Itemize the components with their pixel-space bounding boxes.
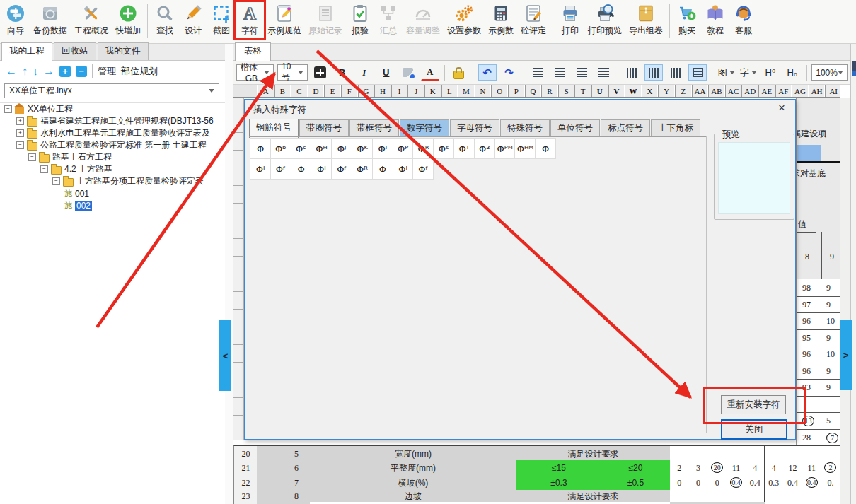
value-cell[interactable]: 0	[670, 475, 690, 491]
column-header-N[interactable]: N	[474, 85, 492, 98]
symbol-cell[interactable]: Φᴿ	[412, 138, 434, 159]
align-justify-button[interactable]	[594, 64, 613, 81]
column-header-AI[interactable]: AI	[824, 85, 840, 98]
expand-toggle-icon[interactable]: −	[40, 165, 48, 173]
symbol-cell[interactable]: Φ²	[474, 138, 495, 159]
panel-splitter[interactable]	[225, 44, 233, 504]
toolbar-button-preview[interactable]: 打印预览	[584, 2, 625, 37]
move-down-icon[interactable]: ↓	[33, 65, 38, 78]
row-header[interactable]: 21	[233, 460, 258, 476]
close-icon[interactable]: ×	[775, 101, 788, 115]
toolbar-button-summary[interactable]: 汇总	[374, 2, 403, 37]
symbol-cell[interactable]: Φᴴ	[311, 138, 332, 159]
symbol-cell[interactable]: Φᵇ	[270, 138, 291, 159]
tab-table[interactable]: 表格	[235, 42, 271, 61]
grid-cell[interactable]	[257, 460, 284, 476]
column-header-V[interactable]: V	[608, 85, 626, 98]
value-cell[interactable]: 0.4	[727, 475, 746, 491]
column-header-K[interactable]: K	[424, 85, 442, 98]
left-tab-2[interactable]: 我的文件	[98, 42, 149, 60]
toolbar-button-backup[interactable]: 备份数据	[30, 2, 71, 37]
column-header-R[interactable]: R	[540, 85, 559, 98]
wrap-text-button[interactable]	[688, 64, 707, 81]
row-header[interactable]: 23	[233, 490, 258, 503]
column-header-X[interactable]: X	[641, 85, 659, 98]
toolbar-button-design[interactable]: 设计	[179, 2, 207, 37]
subscript-button[interactable]: H₀	[783, 64, 802, 81]
item-name-cell[interactable]: 横坡(%)	[310, 475, 517, 491]
move-cell-button[interactable]	[311, 64, 330, 81]
toolbar-button-sampledata[interactable]: 示例数	[485, 2, 517, 37]
column-header-F[interactable]: F	[340, 85, 359, 98]
tree-item[interactable]: +福建省建筑工程施工文件管理规程(DBJT13-56	[0, 115, 225, 127]
symbol-cell[interactable]: Φᶜ	[291, 138, 312, 159]
value-cell[interactable]: 2	[670, 460, 690, 476]
expand-toggle-icon[interactable]: +	[16, 129, 24, 137]
value-cell[interactable]	[689, 490, 709, 503]
value-cell[interactable]	[765, 490, 785, 503]
requirement-cell[interactable]: ≤15	[516, 460, 602, 476]
spacing-wide-button[interactable]	[666, 64, 685, 81]
tree-item[interactable]: 施001	[0, 187, 225, 199]
sheet-row[interactable]: 979	[797, 296, 840, 314]
sheet-row[interactable]: 9610	[797, 346, 840, 363]
left-tab-1[interactable]: 回收站	[54, 42, 96, 60]
column-header-AB[interactable]: AB	[707, 85, 726, 98]
toolbar-button-spec[interactable]: 示例规范	[264, 2, 305, 37]
manage-button[interactable]: 管理	[98, 65, 116, 78]
toolbar-button-service[interactable]: 客服	[729, 2, 758, 37]
align-center-button[interactable]	[550, 64, 569, 81]
column-header-AC[interactable]: AC	[724, 85, 743, 98]
toolbar-button-inspect[interactable]: 报验	[346, 2, 374, 37]
column-header-P[interactable]: P	[507, 85, 526, 98]
toolbar-button-record[interactable]: 原始记录	[305, 2, 346, 37]
project-file-select[interactable]: XX单位工程.inyx	[4, 83, 219, 98]
value-cell[interactable]	[746, 490, 765, 503]
vertical-scrollbar[interactable]	[840, 98, 850, 504]
toolbar-button-quickadd[interactable]: 快增加	[112, 2, 144, 37]
symbol-cell[interactable]: Φᴾᴹ	[494, 138, 516, 159]
collapse-left-panel-button[interactable]: <	[219, 320, 231, 391]
value-cell[interactable]: 0	[707, 475, 727, 491]
value-cell[interactable]: 20	[707, 460, 727, 476]
symbol-cell[interactable]: Φˢ	[433, 138, 454, 159]
value-cell[interactable]	[727, 490, 746, 503]
value-cell[interactable]: 0.4	[746, 475, 765, 491]
dialog-tab-2[interactable]: 带框符号	[349, 119, 399, 137]
insert-char-menu[interactable]: 字	[739, 64, 758, 81]
column-header-E[interactable]: E	[323, 85, 342, 98]
expand-all-button[interactable]: +	[59, 66, 71, 77]
column-header-I[interactable]: I	[391, 85, 409, 98]
value-cell[interactable]	[670, 490, 690, 503]
column-header-L[interactable]: L	[441, 85, 459, 98]
grid-cell[interactable]	[257, 490, 284, 503]
right-dock-strip[interactable]	[850, 44, 856, 504]
expand-toggle-icon[interactable]: −	[52, 177, 60, 185]
toolbar-button-export[interactable]: 导出组卷	[625, 2, 666, 37]
value-cell[interactable]	[670, 445, 690, 462]
tree-item[interactable]: −XX单位工程	[0, 103, 225, 115]
column-header-Z[interactable]: Z	[674, 85, 693, 98]
zoom-select[interactable]: 100%	[811, 64, 848, 81]
column-header-M[interactable]: M	[457, 85, 475, 98]
requirement-cell[interactable]: 满足设计要求	[516, 490, 671, 503]
value-cell[interactable]	[783, 445, 803, 462]
symbol-cell[interactable]: Φᴿ	[352, 158, 373, 180]
spacing-normal-button[interactable]	[644, 64, 663, 81]
fill-color-button[interactable]	[399, 64, 417, 81]
toolbar-button-capacity[interactable]: 容量调整	[403, 2, 444, 37]
expand-right-panel-button[interactable]: >	[840, 320, 852, 390]
dialog-tab-4[interactable]: 字母符号	[450, 119, 499, 137]
dialog-tab-8[interactable]: 上下角标	[651, 119, 700, 137]
value-cell[interactable]	[802, 490, 822, 503]
symbol-cell[interactable]: Φᴵ	[311, 158, 332, 180]
tree-item[interactable]: −土方路基分项工程质量检验评定表	[0, 175, 225, 187]
value-cell[interactable]	[707, 490, 727, 503]
collapse-all-button[interactable]: −	[76, 66, 87, 77]
insert-image-menu[interactable]: 图	[717, 64, 736, 81]
requirement-cell[interactable]: ±0.5	[601, 475, 671, 491]
value-cell[interactable]: 4	[765, 460, 785, 476]
move-up-icon[interactable]: ↑	[22, 65, 28, 78]
align-left-button[interactable]	[528, 64, 547, 81]
expand-toggle-icon[interactable]: −	[4, 105, 12, 113]
